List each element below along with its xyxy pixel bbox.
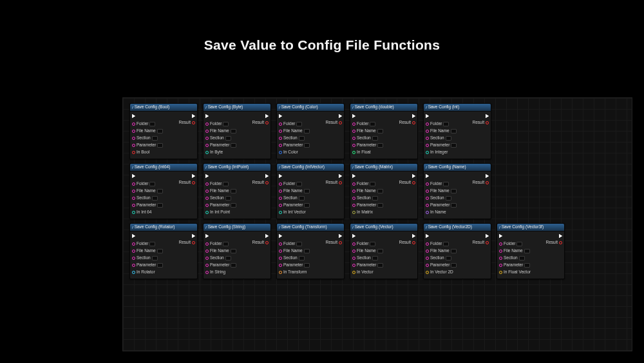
exec-in-pin[interactable] — [426, 234, 429, 238]
parameter-pin[interactable] — [132, 144, 135, 147]
node-save-config-matrix-[interactable]: f Save Config (Matrix) Result Folder Fil… — [350, 163, 418, 219]
value-in-pin[interactable] — [352, 271, 355, 274]
section-input[interactable] — [519, 256, 525, 260]
section-input[interactable] — [299, 256, 305, 260]
parameter-input[interactable] — [231, 143, 236, 148]
filename-input[interactable] — [231, 129, 236, 133]
section-input[interactable] — [299, 196, 305, 201]
value-in-pin[interactable] — [279, 211, 282, 214]
parameter-pin[interactable] — [499, 264, 502, 267]
section-pin[interactable] — [426, 197, 429, 200]
folder-pin[interactable] — [352, 242, 355, 246]
filename-pin[interactable] — [132, 250, 135, 253]
exec-in-pin[interactable] — [279, 234, 282, 238]
node-header[interactable]: f Save Config (Transform) — [277, 224, 344, 231]
folder-input[interactable] — [296, 242, 302, 246]
exec-in-pin[interactable] — [352, 114, 355, 118]
filename-input[interactable] — [524, 249, 530, 253]
node-save-config-intvector-[interactable]: f Save Config (IntVector) Result Folder … — [276, 163, 345, 219]
exec-in-pin[interactable] — [205, 114, 209, 118]
parameter-input[interactable] — [304, 143, 310, 148]
folder-pin[interactable] — [279, 123, 282, 126]
exec-in-pin[interactable] — [279, 174, 282, 178]
filename-input[interactable] — [157, 129, 163, 133]
folder-pin[interactable] — [352, 123, 355, 126]
exec-out-pin[interactable] — [192, 174, 195, 178]
filename-pin[interactable] — [426, 190, 429, 193]
exec-in-pin[interactable] — [132, 234, 135, 238]
filename-input[interactable] — [377, 129, 383, 133]
value-in-pin[interactable] — [279, 151, 282, 154]
filename-input[interactable] — [451, 129, 457, 133]
filename-pin[interactable] — [352, 250, 355, 253]
folder-input[interactable] — [370, 182, 375, 186]
parameter-input[interactable] — [524, 263, 530, 268]
node-header[interactable]: f Save Config (Bool) — [130, 104, 197, 112]
exec-out-pin[interactable] — [412, 114, 415, 118]
folder-pin[interactable] — [279, 242, 282, 246]
section-input[interactable] — [446, 136, 451, 141]
section-input[interactable] — [446, 256, 451, 260]
folder-pin[interactable] — [426, 242, 429, 246]
section-pin[interactable] — [132, 257, 135, 260]
filename-input[interactable] — [157, 189, 163, 193]
node-header[interactable]: f Save Config (Rotator) — [130, 224, 197, 231]
section-input[interactable] — [152, 136, 158, 141]
node-save-config-bool-[interactable]: f Save Config (Bool) Result Folder File … — [129, 103, 198, 159]
parameter-pin[interactable] — [352, 144, 355, 147]
parameter-input[interactable] — [377, 263, 383, 268]
folder-input[interactable] — [516, 242, 522, 246]
node-header[interactable]: f Save Config (Byte) — [204, 104, 270, 112]
filename-pin[interactable] — [132, 130, 135, 133]
exec-in-pin[interactable] — [132, 174, 135, 178]
exec-in-pin[interactable] — [499, 234, 502, 238]
folder-input[interactable] — [296, 182, 302, 186]
exec-out-pin[interactable] — [559, 234, 562, 238]
filename-pin[interactable] — [205, 130, 209, 133]
node-header[interactable]: f Save Config (int64) — [130, 164, 197, 172]
parameter-input[interactable] — [451, 263, 457, 268]
parameter-input[interactable] — [231, 203, 236, 208]
parameter-pin[interactable] — [205, 264, 209, 267]
node-save-config-rotator-[interactable]: f Save Config (Rotator) Result Folder Fi… — [129, 223, 198, 279]
parameter-pin[interactable] — [279, 204, 282, 207]
section-pin[interactable] — [426, 257, 429, 260]
parameter-pin[interactable] — [279, 264, 282, 267]
node-save-config-vector3f-[interactable]: f Save Config (Vector3f) Result Folder F… — [497, 223, 565, 279]
blueprint-graph[interactable]: f Save Config (Bool) Result Folder File … — [122, 97, 632, 351]
folder-pin[interactable] — [132, 182, 135, 186]
filename-pin[interactable] — [279, 250, 282, 253]
filename-pin[interactable] — [499, 250, 502, 253]
node-save-config-name-[interactable]: f Save Config (Name) Result Folder File … — [423, 163, 491, 219]
parameter-pin[interactable] — [426, 264, 429, 267]
folder-input[interactable] — [149, 182, 155, 186]
exec-out-pin[interactable] — [339, 174, 342, 178]
filename-input[interactable] — [304, 189, 310, 193]
parameter-pin[interactable] — [352, 264, 355, 267]
exec-out-pin[interactable] — [486, 234, 489, 238]
folder-input[interactable] — [223, 122, 229, 126]
value-in-pin[interactable] — [132, 151, 135, 154]
folder-input[interactable] — [443, 122, 449, 126]
exec-in-pin[interactable] — [426, 174, 429, 178]
filename-input[interactable] — [304, 249, 310, 253]
exec-out-pin[interactable] — [412, 174, 415, 178]
value-in-pin[interactable] — [205, 271, 209, 274]
section-pin[interactable] — [279, 257, 282, 260]
section-pin[interactable] — [279, 197, 282, 200]
folder-input[interactable] — [223, 242, 229, 246]
parameter-pin[interactable] — [132, 204, 135, 207]
node-header[interactable]: f Save Config (int) — [424, 104, 491, 112]
folder-pin[interactable] — [352, 182, 355, 186]
node-header[interactable]: f Save Config (Color) — [277, 104, 344, 112]
exec-out-pin[interactable] — [339, 234, 342, 238]
filename-input[interactable] — [451, 189, 457, 193]
filename-pin[interactable] — [205, 190, 209, 193]
exec-out-pin[interactable] — [486, 114, 489, 118]
exec-out-pin[interactable] — [265, 114, 269, 118]
filename-pin[interactable] — [132, 190, 135, 193]
folder-input[interactable] — [149, 242, 155, 246]
node-save-config-color-[interactable]: f Save Config (Color) Result Folder File… — [276, 103, 345, 159]
value-in-pin[interactable] — [426, 271, 429, 274]
exec-in-pin[interactable] — [205, 174, 209, 178]
